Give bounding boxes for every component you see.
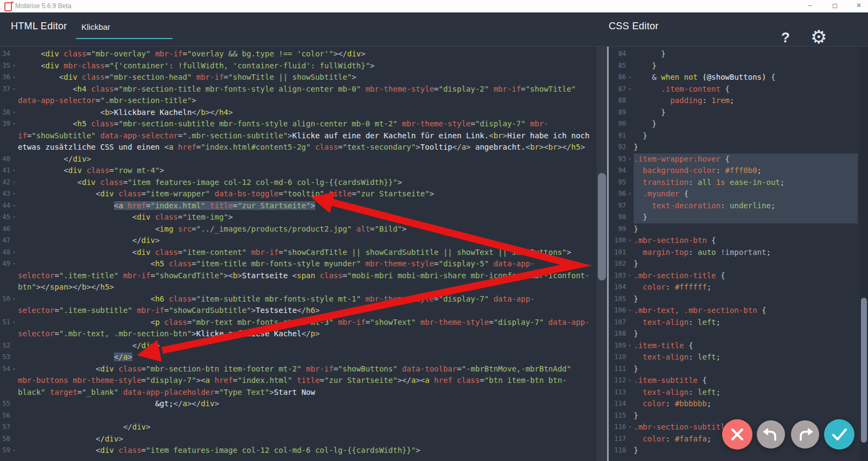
code-line[interactable]: 35▾ <div mbr-class="{'container': !fullW… [0,60,607,72]
fold-arrow-icon[interactable]: ▾ [10,60,18,72]
code-line[interactable]: 45▾ <div class="item-img"> [0,212,607,223]
code-line[interactable]: 96▾ .myunder { [609,188,868,200]
fold-arrow-icon[interactable]: ▾ [626,235,634,247]
fold-arrow-icon[interactable]: ▾ [626,270,634,282]
code-line[interactable]: 53 </a> [0,351,607,363]
code-line[interactable]: 86▾ & when not (@showButtons) { [609,72,868,84]
fold-arrow-icon[interactable]: ▾ [10,84,18,95]
code-line[interactable]: 44▾ <a href="index.html" title="zur Star… [0,200,607,212]
code-line[interactable]: 85 } [609,60,868,72]
code-line[interactable]: 59▾ <div class="item features-image col-… [0,445,607,457]
code-line[interactable]: 50▾ <h6 class="item-subtitle mbr-fonts-s… [0,293,607,317]
code-line[interactable]: 92} [609,142,868,153]
fold-arrow-icon[interactable]: ▾ [10,177,18,189]
tab-klickbar[interactable]: Klickbar [76,18,173,39]
code-line[interactable]: 101 margin-top: auto !important; [609,247,868,259]
code-line[interactable]: 49▾ <h5 class="item-title mbr-fonts-styl… [0,258,607,293]
code-line[interactable]: 88 padding: 1rem; [609,95,868,107]
scrollbar-thumb[interactable] [598,173,606,280]
fold-arrow-icon[interactable]: ▾ [626,421,634,433]
code-line[interactable]: 42▾ <div class="item features-image col-… [0,177,607,189]
code-line[interactable]: 46 <img src="../_images/products/product… [0,223,607,235]
code-line[interactable]: 94 background-color: #fff0b0; [609,165,868,177]
code-line[interactable]: 55 &gt;</a></div> [0,398,607,410]
undo-button[interactable] [757,420,785,449]
code-line[interactable]: 54▾ <div class="mbr-section-btn item-foo… [0,363,607,399]
fold-arrow-icon[interactable]: ▾ [10,72,18,84]
code-line[interactable]: 104 color: #ffffff; [609,281,868,293]
code-line[interactable]: 91 } [609,130,868,142]
code-line[interactable]: 102} [609,258,868,270]
code-line[interactable]: 48▾ <div class="item-content" mbr-if="sh… [0,247,607,259]
code-line[interactable]: 111} [609,363,868,375]
code-line[interactable]: 100▾.mbr-section-btn { [609,235,868,247]
code-line[interactable]: 90 } [609,118,868,130]
fold-arrow-icon[interactable]: ▾ [626,305,634,317]
code-line[interactable]: 37▾ <h4 class="mbr-section-title mbr-fon… [0,84,607,107]
fold-arrow-icon[interactable]: ▾ [626,153,634,165]
fold-arrow-icon[interactable]: ▾ [10,107,18,119]
fold-arrow-icon[interactable]: ▾ [10,212,18,223]
maximize-button[interactable]: ◻ [827,0,843,12]
code-line[interactable]: 56 [0,410,607,422]
code-line[interactable]: 47 </div> [0,235,607,247]
fold-arrow-icon[interactable]: ▾ [10,293,18,305]
fold-arrow-icon[interactable]: ▾ [626,84,634,95]
code-line[interactable]: 36▾ <div class="mbr-section-head" mbr-if… [0,72,607,84]
code-line[interactable]: 58 </div> [0,433,607,445]
code-line[interactable]: 51▾ <p class="mbr-text mbr-fonts-style m… [0,317,607,340]
css-editor-scrollbar[interactable] [860,47,868,461]
code-line[interactable]: 57 </div> [0,421,607,433]
close-window-button[interactable]: ✕ [851,0,867,12]
html-code-editor[interactable]: 34 <div class="mbr-overlay" mbr-if="over… [0,47,607,461]
apply-button[interactable] [824,419,854,450]
code-line[interactable]: 99} [609,223,868,235]
code-line[interactable]: 89 } [609,107,868,119]
code-line[interactable]: 38▾ <b>Klickbare Kacheln</b></h4> [0,107,607,119]
code-line[interactable]: 105} [609,293,868,305]
code-line[interactable]: 109▾.item-title { [609,340,868,352]
code-line[interactable]: 84 } [609,48,868,60]
fold-arrow-icon[interactable]: ▾ [626,340,634,352]
code-line[interactable]: 114 color: #bbbbbb; [609,398,868,410]
fold-arrow-icon[interactable]: ▾ [10,165,18,177]
fold-arrow-icon[interactable]: ▾ [10,247,18,259]
code-line[interactable]: 103▾.mbr-section-title { [609,270,868,282]
code-line[interactable]: 107 text-align: left; [609,317,868,329]
fold-arrow-icon[interactable]: ▾ [626,375,634,387]
code-line[interactable]: 87▾ .item-content { [609,84,868,95]
fold-arrow-icon[interactable]: ▾ [10,188,18,200]
code-line[interactable]: 110 text-align: left; [609,351,868,363]
fold-arrow-icon[interactable]: ▾ [626,72,634,84]
fold-arrow-icon[interactable]: ▾ [10,317,18,329]
scrollbar-thumb[interactable] [861,298,867,443]
fold-arrow-icon[interactable]: ▾ [10,445,18,457]
html-editor-scrollbar[interactable] [597,47,607,461]
code-text: <div class="item-img"> [18,212,594,223]
code-line[interactable]: 108} [609,328,868,340]
code-line[interactable]: 40 </div> [0,153,607,165]
code-line[interactable]: 41▾ <div class="row mt-4"> [0,165,607,177]
code-line[interactable]: 93▾.item-wrapper:hover { [609,153,868,165]
code-line[interactable]: 112▾.item-subtitle { [609,375,868,387]
minimize-button[interactable]: – [802,0,818,12]
fold-arrow-icon[interactable]: ▾ [10,200,18,212]
code-line[interactable]: 39▾ <h5 class="mbr-section-subtitle mbr-… [0,118,607,153]
code-line[interactable]: 113 text-align: left; [609,387,868,399]
code-line[interactable]: 98 } [609,212,868,223]
discard-button[interactable] [722,419,752,450]
code-line[interactable]: 97 text-decoration: underline; [609,200,868,212]
code-line[interactable]: 95 transition: all 1s ease-in-out; [609,177,868,189]
code-line[interactable]: 34 <div class="mbr-overlay" mbr-if="over… [0,48,607,60]
css-code-editor[interactable]: 84 }85 }86▾ & when not (@showButtons) {8… [609,47,868,461]
code-line[interactable]: 43▾ <div class="item-wrapper" data-bs-to… [0,188,607,200]
code-line[interactable]: 106▾.mbr-text, .mbr-section-btn { [609,305,868,317]
help-icon[interactable]: ? [781,29,790,46]
fold-arrow-icon[interactable]: ▾ [10,258,18,270]
code-line[interactable]: 52 </div> [0,340,607,352]
fold-arrow-icon[interactable]: ▾ [10,363,18,375]
fold-arrow-icon[interactable]: ▾ [10,118,18,130]
settings-gear-icon[interactable]: ⚙ [810,26,827,48]
fold-arrow-icon[interactable]: ▾ [626,188,634,200]
redo-button[interactable] [791,420,819,449]
